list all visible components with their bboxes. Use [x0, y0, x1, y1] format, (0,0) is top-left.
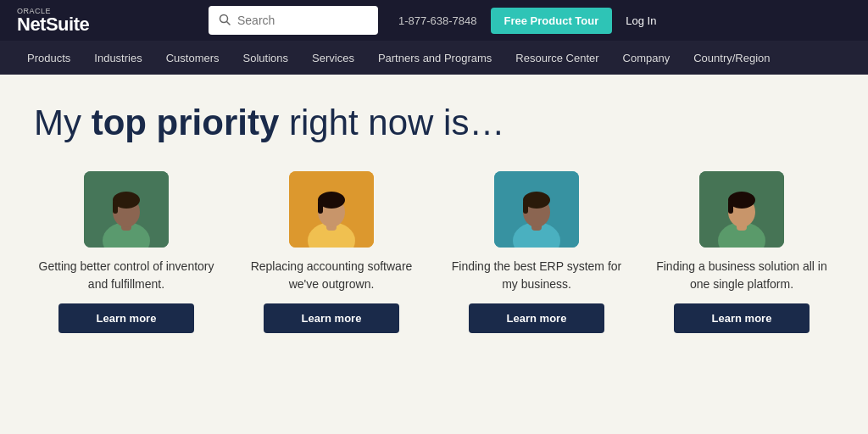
nav-item-country/region[interactable]: Country/Region [683, 41, 780, 75]
hero-title-bold: top priority [92, 103, 280, 142]
top-bar: ORACLE NetSuite 1-877-638-7848 Free Prod… [0, 0, 868, 41]
card-image-1 [289, 171, 374, 248]
search-box[interactable] [209, 6, 378, 35]
nav-item-services[interactable]: Services [302, 41, 364, 75]
learn-more-button-1[interactable]: Learn more [264, 303, 399, 333]
card-2: Finding the best ERP system for my busin… [444, 171, 629, 333]
login-button[interactable]: Log In [626, 14, 656, 27]
card-text-0: Getting better control of inventory and … [34, 258, 219, 293]
nav-item-products[interactable]: Products [17, 41, 81, 75]
nav-item-company[interactable]: Company [613, 41, 681, 75]
card-3: Finding a business solution all in one s… [649, 171, 834, 333]
svg-rect-15 [318, 200, 323, 214]
nav-item-partners-and-programs[interactable]: Partners and Programs [368, 41, 502, 75]
hero-title-prefix: My [34, 103, 92, 142]
svg-line-1 [227, 21, 231, 25]
phone-number: 1-877-638-7848 [398, 14, 477, 27]
learn-more-button-3[interactable]: Learn more [674, 303, 810, 333]
hero-wrapper: My top priority right now is… Getting be… [0, 75, 868, 353]
logo: ORACLE NetSuite [17, 8, 93, 34]
search-input[interactable] [237, 14, 339, 27]
card-0: Getting better control of inventory and … [34, 171, 219, 333]
hero-section: My top priority right now is… Getting be… [0, 75, 868, 353]
card-image-2 [494, 171, 579, 248]
nav-item-industries[interactable]: Industries [84, 41, 152, 75]
svg-rect-29 [728, 200, 733, 214]
card-text-2: Finding the best ERP system for my busin… [444, 258, 629, 293]
hero-title-suffix: right now is… [279, 103, 504, 142]
nav-bar: ProductsIndustriesCustomersSolutionsServ… [0, 41, 868, 75]
card-text-3: Finding a business solution all in one s… [649, 258, 834, 293]
card-image-0 [84, 171, 169, 248]
learn-more-button-2[interactable]: Learn more [469, 303, 604, 333]
card-image-3 [699, 171, 784, 248]
svg-rect-22 [523, 200, 528, 214]
search-icon [219, 14, 231, 28]
card-1: Replacing accounting software we've outg… [239, 171, 424, 333]
nav-item-customers[interactable]: Customers [156, 41, 230, 75]
svg-rect-8 [113, 200, 118, 214]
free-tour-button[interactable]: Free Product Tour [491, 8, 613, 34]
card-text-1: Replacing accounting software we've outg… [239, 258, 424, 293]
learn-more-button-0[interactable]: Learn more [58, 303, 194, 333]
cards-row: Getting better control of inventory and … [34, 171, 834, 333]
nav-item-solutions[interactable]: Solutions [233, 41, 298, 75]
nav-item-resource-center[interactable]: Resource Center [505, 41, 609, 75]
hero-title: My top priority right now is… [34, 102, 834, 144]
netsuite-label: NetSuite [17, 15, 93, 34]
